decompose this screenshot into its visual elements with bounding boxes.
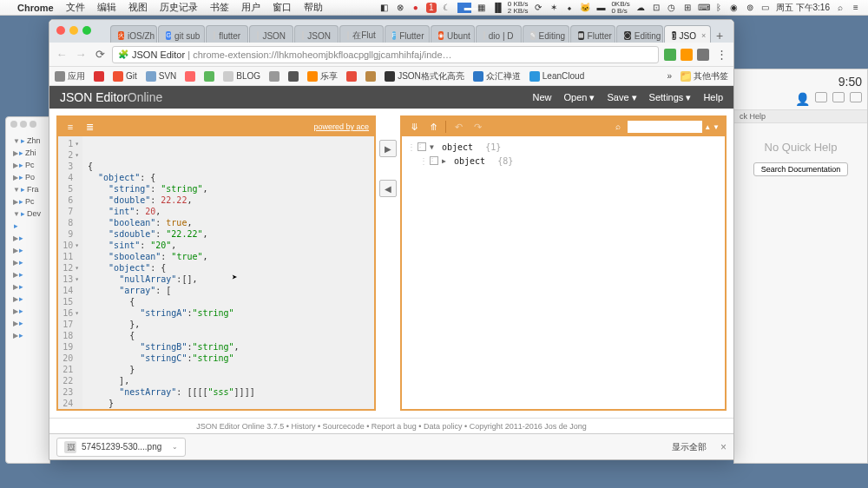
status-icon[interactable]: ⌨ xyxy=(698,3,708,13)
menu-help[interactable]: Help xyxy=(703,92,723,103)
checkbox[interactable] xyxy=(418,142,426,151)
extension-icon[interactable] xyxy=(681,49,693,61)
bookmark-overflow[interactable]: » xyxy=(667,71,672,81)
tree-node[interactable]: ⋮⋮▶object {8} xyxy=(407,154,720,168)
bookmark-item[interactable] xyxy=(94,71,104,82)
tree-view[interactable]: ⋮⋮▼object {1}⋮⋮▶object {8} xyxy=(402,136,725,409)
window-maximize[interactable] xyxy=(82,26,91,35)
battery-icon[interactable]: ▭ xyxy=(760,3,771,13)
browser-tab[interactable]: JSON xyxy=(249,25,293,43)
search-prev[interactable]: ▲ xyxy=(704,123,711,131)
status-icon[interactable]: ● xyxy=(411,3,421,13)
menu-bookmarks[interactable]: 书签 xyxy=(210,1,229,14)
browser-tab[interactable]: flutter xyxy=(206,25,249,43)
extension-icon[interactable] xyxy=(697,49,709,61)
notifications-icon[interactable]: ≡ xyxy=(851,3,861,13)
other-bookmarks[interactable]: 📁其他书签 xyxy=(681,70,728,82)
date-time[interactable]: 周五 下午3:16 xyxy=(776,2,830,14)
status-icon[interactable]: ◧ xyxy=(379,3,390,13)
search-input[interactable] xyxy=(628,121,702,133)
chevron-down-icon[interactable]: ⌄ xyxy=(172,443,178,451)
show-all-downloads[interactable]: 显示全部 xyxy=(672,441,707,453)
redo-button[interactable]: ↷ xyxy=(470,121,484,133)
format-button[interactable]: ≡ xyxy=(63,121,77,133)
bookmark-item[interactable] xyxy=(346,71,357,82)
window-max[interactable] xyxy=(30,121,36,128)
browser-tab[interactable]: Ggit sub xyxy=(158,25,204,43)
bookmark-item[interactable]: 应用 xyxy=(55,70,85,82)
status-icon[interactable]: ⊗ xyxy=(395,3,405,13)
finder-tree-item[interactable]: ▶▸ xyxy=(8,305,48,317)
person-icon[interactable]: 👤 xyxy=(795,92,810,106)
finder-tree-item[interactable]: ▶▸ xyxy=(8,268,48,280)
drag-handle-icon[interactable]: ⋮⋮ xyxy=(419,156,426,166)
menu-settings[interactable]: Settings ▾ xyxy=(649,92,692,103)
finder-tree-item[interactable]: ▶▸ xyxy=(8,256,48,268)
menu-new[interactable]: New xyxy=(532,92,551,103)
disclosure-icon[interactable]: ▶ xyxy=(442,157,450,165)
finder-tree-item[interactable]: ▼▸Fra xyxy=(8,183,48,195)
checkbox[interactable] xyxy=(430,156,438,165)
omnibox[interactable]: 🧩 JSON Editor | chrome-extension://lhkmo… xyxy=(112,46,659,63)
window-min[interactable] xyxy=(20,121,27,128)
bookmark-item[interactable]: JSON格式化高亮 xyxy=(385,70,464,82)
browser-tab[interactable]: 在Flut xyxy=(339,25,384,43)
status-icon[interactable]: 🐱 xyxy=(580,3,590,13)
browser-tab[interactable]: JSON xyxy=(294,25,339,43)
finder-tree-item[interactable]: ▶▸Zhi xyxy=(8,147,48,159)
status-icon[interactable]: ▦ xyxy=(477,3,487,13)
finder-tree-item[interactable]: ▶▸ xyxy=(8,232,48,244)
menu-user[interactable]: 用户 xyxy=(241,1,260,14)
finder-tree-item[interactable]: ▶▸Pc xyxy=(8,195,48,208)
back-button[interactable]: ← xyxy=(55,48,69,62)
status-icon[interactable]: ✶ xyxy=(549,3,559,13)
bookmark-item[interactable]: SVN xyxy=(146,71,177,82)
collapse-all-button[interactable]: ⤊ xyxy=(426,121,440,133)
browser-tab[interactable]: {}JSO× xyxy=(664,25,711,43)
bookmark-item[interactable]: Git xyxy=(113,71,137,82)
search-documentation-button[interactable]: Search Documentation xyxy=(753,162,849,176)
menu-history[interactable]: 历史记录 xyxy=(160,1,198,14)
window-close[interactable] xyxy=(56,26,65,35)
wechat-icon[interactable]: ◉ xyxy=(729,3,740,13)
forward-button[interactable]: → xyxy=(74,48,88,62)
window-minimize[interactable] xyxy=(69,26,78,35)
browser-tab[interactable]: ◯Editing xyxy=(616,25,663,43)
extension-icon[interactable] xyxy=(664,49,676,61)
finder-tree-item[interactable]: ▸ xyxy=(8,220,48,232)
browser-tab[interactable]: 火iOS/Zh xyxy=(110,25,157,43)
finder-tree-item[interactable]: ▶▸Pc xyxy=(8,159,48,171)
finder-tree-item[interactable]: ▶▸ xyxy=(8,293,48,305)
status-icon[interactable]: ⟳ xyxy=(533,3,543,13)
bluetooth-icon[interactable]: ᛒ xyxy=(713,3,724,13)
menu-open[interactable]: Open ▾ xyxy=(563,92,595,103)
bookmark-item[interactable]: LeanCloud xyxy=(529,71,584,82)
bookmark-item[interactable] xyxy=(288,71,299,82)
bookmark-item[interactable]: 乐享 xyxy=(307,70,338,82)
finder-tree-item[interactable]: ▶▸ xyxy=(8,244,48,256)
menu-window[interactable]: 窗口 xyxy=(273,1,292,14)
compact-button[interactable]: ≣ xyxy=(82,121,96,133)
bookmark-item[interactable]: 众汇禅道 xyxy=(473,70,521,82)
finder-tree-item[interactable]: ▶▸ xyxy=(8,317,48,329)
status-icon[interactable]: ☾ xyxy=(442,3,452,13)
browser-tab[interactable]: ✎Editing xyxy=(523,25,569,43)
toolbar-icon[interactable] xyxy=(815,92,827,102)
expand-all-button[interactable]: ⤋ xyxy=(407,121,421,133)
toolbar-icon[interactable] xyxy=(850,92,862,102)
status-icon[interactable]: ⊡ xyxy=(651,3,661,13)
menu-edit[interactable]: 编辑 xyxy=(97,1,116,14)
powered-by-link[interactable]: powered by ace xyxy=(313,122,369,131)
finder-tree-item[interactable]: ▶▸Po xyxy=(8,171,48,183)
status-icon[interactable]: ▐▌ xyxy=(492,3,503,13)
close-shelf[interactable]: × xyxy=(720,441,727,453)
menu-file[interactable]: 文件 xyxy=(66,1,85,14)
window-close[interactable] xyxy=(10,121,17,128)
copy-left-button[interactable]: ◀ xyxy=(379,180,397,197)
browser-tab[interactable]: ▦Flutter xyxy=(570,25,615,43)
spotlight-icon[interactable]: ⌕ xyxy=(835,3,845,13)
bookmark-item[interactable] xyxy=(204,71,214,82)
undo-button[interactable]: ↶ xyxy=(451,121,465,133)
new-tab-button[interactable]: + xyxy=(712,25,727,43)
reload-button[interactable]: ⟳ xyxy=(93,48,107,62)
